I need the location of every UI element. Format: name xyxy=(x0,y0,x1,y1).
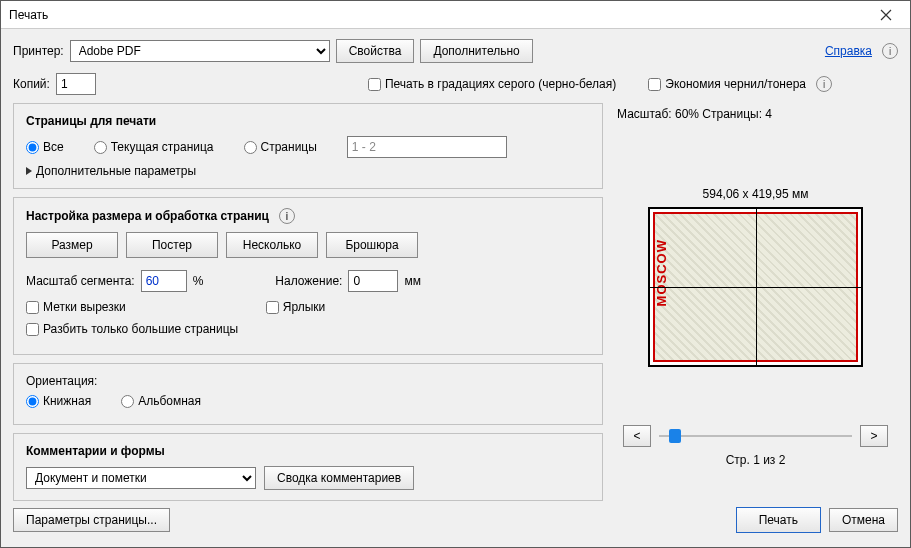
save-ink-checkbox[interactable]: Экономия чернил/тонера xyxy=(648,77,806,91)
print-button[interactable]: Печать xyxy=(736,507,821,533)
dialog-title: Печать xyxy=(9,8,870,22)
save-ink-input[interactable] xyxy=(648,78,661,91)
help-icon[interactable]: i xyxy=(882,43,898,59)
info-icon[interactable]: i xyxy=(279,208,295,224)
radio-all[interactable]: Все xyxy=(26,140,64,154)
info-icon[interactable]: i xyxy=(816,76,832,92)
page-range-input[interactable] xyxy=(347,136,507,158)
page-indicator: Стр. 1 из 2 xyxy=(726,453,786,467)
scale-input[interactable] xyxy=(141,270,187,292)
orientation-title: Ориентация: xyxy=(26,374,590,388)
pages-panel-title: Страницы для печати xyxy=(26,114,590,128)
printer-row: Принтер: Adobe PDF Свойства Дополнительн… xyxy=(13,39,898,63)
main-columns: Страницы для печати Все Текущая страница… xyxy=(13,103,898,503)
printer-label: Принтер: xyxy=(13,44,64,58)
print-dialog: Печать Принтер: Adobe PDF Свойства Допол… xyxy=(0,0,911,548)
page-nav-row: < > xyxy=(613,425,898,447)
copies-input[interactable] xyxy=(56,73,96,95)
labels-checkbox[interactable]: Ярлыки xyxy=(266,300,326,314)
slider-track xyxy=(659,435,852,437)
scale-label: Масштаб сегмента: xyxy=(26,274,135,288)
moscow-label: MOSCOW xyxy=(654,239,669,306)
tab-poster[interactable]: Постер xyxy=(126,232,218,258)
properties-button[interactable]: Свойства xyxy=(336,39,415,63)
sizing-panel: Настройка размера и обработка страниц i … xyxy=(13,197,603,355)
grayscale-input[interactable] xyxy=(368,78,381,91)
close-icon xyxy=(880,9,892,21)
next-page-button[interactable]: > xyxy=(860,425,888,447)
preview-column: Масштаб: 60% Страницы: 4 594,06 x 419,95… xyxy=(613,103,898,503)
page-slider[interactable] xyxy=(659,426,852,446)
divider-horizontal xyxy=(650,287,861,288)
grayscale-label: Печать в градациях серого (черно-белая) xyxy=(385,77,616,91)
left-column: Страницы для печати Все Текущая страница… xyxy=(13,103,603,503)
split-row: Разбить только большие страницы xyxy=(26,322,590,336)
sizing-panel-title: Настройка размера и обработка страниц i xyxy=(26,208,590,224)
tab-multiple[interactable]: Несколько xyxy=(226,232,318,258)
advanced-button[interactable]: Дополнительно xyxy=(420,39,532,63)
chevron-right-icon xyxy=(26,167,32,175)
orientation-panel: Ориентация: Книжная Альбомная xyxy=(13,363,603,425)
slider-thumb[interactable] xyxy=(669,429,681,443)
radio-landscape[interactable]: Альбомная xyxy=(121,394,201,408)
pages-panel: Страницы для печати Все Текущая страница… xyxy=(13,103,603,189)
scale-row: Масштаб сегмента: % Наложение: мм xyxy=(26,270,590,292)
dialog-body: Принтер: Adobe PDF Свойства Дополнительн… xyxy=(1,29,910,503)
tab-size[interactable]: Размер xyxy=(26,232,118,258)
titlebar: Печать xyxy=(1,1,910,29)
help-link[interactable]: Справка xyxy=(825,44,872,58)
split-large-checkbox[interactable]: Разбить только большие страницы xyxy=(26,322,238,336)
preview-dimensions: 594,06 x 419,95 мм xyxy=(703,187,809,201)
more-options-expander[interactable]: Дополнительные параметры xyxy=(26,164,590,178)
close-button[interactable] xyxy=(870,1,902,29)
page-setup-button[interactable]: Параметры страницы... xyxy=(13,508,170,532)
tab-booklet[interactable]: Брошюра xyxy=(326,232,418,258)
pages-radio-row: Все Текущая страница Страницы xyxy=(26,136,590,158)
orientation-row: Книжная Альбомная xyxy=(26,394,590,408)
bottom-bar: Параметры страницы... Печать Отмена xyxy=(1,503,910,547)
comments-panel: Комментарии и формы Документ и пометки С… xyxy=(13,433,603,501)
overlap-label: Наложение: xyxy=(275,274,342,288)
percent-label: % xyxy=(193,274,204,288)
preview-box: MOSCOW xyxy=(648,207,863,367)
radio-range[interactable]: Страницы xyxy=(244,140,317,154)
scale-info: Масштаб: 60% Страницы: 4 xyxy=(617,107,772,121)
copies-label: Копий: xyxy=(13,77,50,91)
cut-marks-checkbox[interactable]: Метки вырезки xyxy=(26,300,126,314)
comments-row: Документ и пометки Сводка комментариев xyxy=(26,466,590,490)
copies-row: Копий: Печать в градациях серого (черно-… xyxy=(13,73,898,95)
overlap-unit: мм xyxy=(404,274,421,288)
radio-current[interactable]: Текущая страница xyxy=(94,140,214,154)
save-ink-label: Экономия чернил/тонера xyxy=(665,77,806,91)
overlap-input[interactable] xyxy=(348,270,398,292)
marks-row: Метки вырезки Ярлыки xyxy=(26,300,590,314)
grayscale-checkbox[interactable]: Печать в градациях серого (черно-белая) xyxy=(368,77,616,91)
summary-button[interactable]: Сводка комментариев xyxy=(264,466,414,490)
printer-select[interactable]: Adobe PDF xyxy=(70,40,330,62)
comments-select[interactable]: Документ и пометки xyxy=(26,467,256,489)
sizing-tabs: Размер Постер Несколько Брошюра xyxy=(26,232,590,258)
comments-title: Комментарии и формы xyxy=(26,444,590,458)
radio-portrait[interactable]: Книжная xyxy=(26,394,91,408)
cancel-button[interactable]: Отмена xyxy=(829,508,898,532)
prev-page-button[interactable]: < xyxy=(623,425,651,447)
